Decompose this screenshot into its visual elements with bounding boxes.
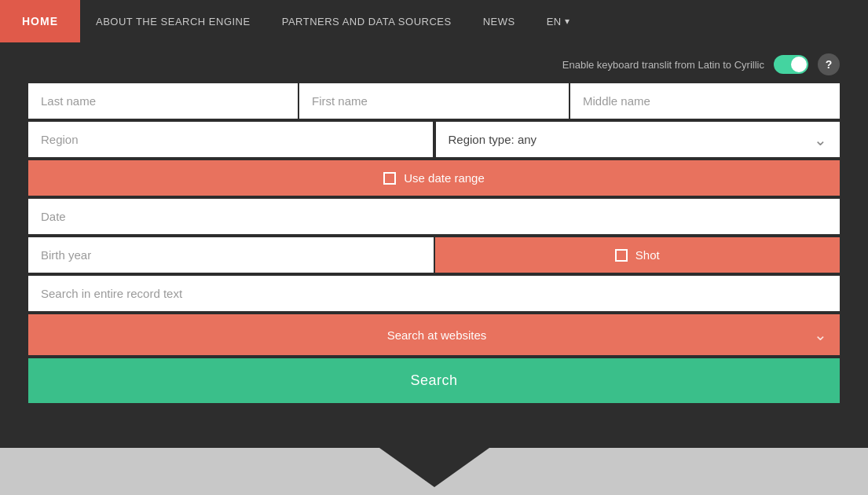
- date-input[interactable]: [28, 199, 840, 234]
- nav-partners-label: PARTNERS AND DATA SOURCES: [282, 16, 452, 28]
- bottom-arrow-icon: [379, 448, 489, 487]
- toggle-knob: [791, 57, 807, 72]
- nav-news[interactable]: NEWS: [467, 0, 531, 42]
- region-row: Region type: any ⌄: [28, 122, 840, 157]
- nav-partners[interactable]: PARTNERS AND DATA SOURCES: [266, 0, 467, 42]
- help-icon: ?: [826, 58, 833, 71]
- help-button[interactable]: ?: [818, 53, 840, 75]
- shot-button[interactable]: Shot: [435, 237, 841, 273]
- last-name-input[interactable]: [28, 83, 298, 119]
- nav-home-label: HOME: [22, 15, 58, 28]
- bottom-arrow-area: [0, 448, 868, 495]
- navigation: HOME ABOUT THE SEARCH ENGINE PARTNERS AN…: [0, 0, 868, 42]
- nav-news-label: NEWS: [483, 16, 515, 28]
- search-websites-button[interactable]: Search at websites ⌄: [28, 314, 840, 355]
- date-range-button[interactable]: Use date range: [28, 160, 840, 196]
- toggle-label: Enable keyboard translit from Latin to C…: [562, 59, 764, 71]
- nav-language[interactable]: EN: [531, 0, 586, 42]
- keyboard-translit-toggle[interactable]: [774, 55, 808, 74]
- search-form: Region type: any ⌄ Use date range Shot S…: [0, 83, 868, 403]
- region-type-dropdown[interactable]: Region type: any ⌄: [436, 122, 841, 157]
- date-range-checkbox-icon: [383, 172, 396, 185]
- birth-shot-row: Shot: [28, 237, 840, 273]
- shot-label: Shot: [635, 248, 660, 262]
- nav-about[interactable]: ABOUT THE SEARCH ENGINE: [80, 0, 266, 42]
- middle-name-input[interactable]: [570, 83, 840, 119]
- birth-year-input[interactable]: [28, 237, 434, 273]
- search-text-input[interactable]: [28, 276, 840, 311]
- search-websites-label: Search at websites: [60, 328, 814, 342]
- region-type-arrow-icon: ⌄: [814, 130, 827, 149]
- search-websites-arrow-icon: ⌄: [814, 325, 827, 344]
- region-type-label: Region type: any: [449, 133, 815, 146]
- first-name-input[interactable]: [299, 83, 569, 119]
- region-input[interactable]: [28, 122, 433, 157]
- names-row: [28, 83, 840, 119]
- shot-checkbox-icon: [615, 249, 628, 262]
- date-range-label: Use date range: [404, 171, 485, 185]
- nav-home[interactable]: HOME: [0, 0, 80, 42]
- toggle-row: Enable keyboard translit from Latin to C…: [0, 42, 868, 83]
- nav-about-label: ABOUT THE SEARCH ENGINE: [96, 16, 251, 28]
- search-button[interactable]: Search: [28, 358, 840, 403]
- search-label: Search: [410, 372, 457, 388]
- nav-lang-label: EN: [547, 16, 562, 28]
